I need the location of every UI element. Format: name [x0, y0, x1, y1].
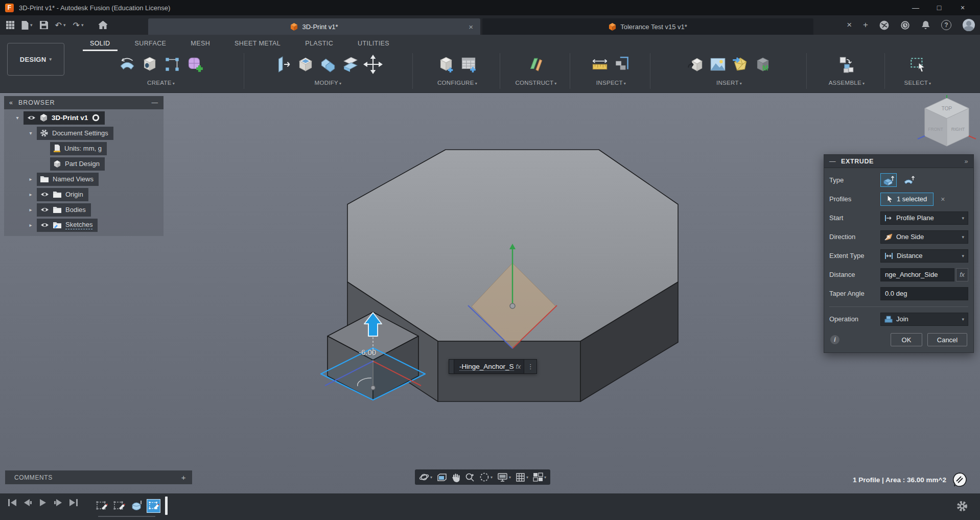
undo-button[interactable]: ↶▾: [55, 20, 66, 30]
timeline-position-marker[interactable]: [165, 497, 168, 515]
dimension-expression-input[interactable]: -Hinge_Anchor_S fx ⋮: [449, 359, 537, 374]
expand-dialog-icon[interactable]: »: [964, 158, 968, 165]
taper-angle-input[interactable]: 0.0 deg: [880, 287, 968, 300]
file-menu-button[interactable]: ▾: [21, 21, 33, 30]
insert-mesh-icon[interactable]: M: [753, 55, 773, 74]
browser-item-part-design[interactable]: Part Design: [4, 157, 164, 171]
item-label[interactable]: Origin: [65, 191, 83, 198]
tab-mesh[interactable]: MESH: [178, 38, 222, 51]
extensions-icon[interactable]: [879, 20, 889, 30]
item-label[interactable]: Sketches: [65, 221, 92, 229]
profile-avatar[interactable]: [963, 19, 975, 31]
window-close-button[interactable]: ×: [958, 4, 968, 12]
browser-header[interactable]: « BROWSER —: [4, 96, 164, 109]
construct-plane-icon[interactable]: [526, 55, 546, 74]
modify-group-label[interactable]: MODIFY▾: [246, 80, 410, 86]
timeline-sketch1-feature[interactable]: [95, 499, 108, 513]
revolve-icon[interactable]: [118, 55, 137, 74]
tab-utilities[interactable]: UTILITIES: [345, 38, 402, 51]
kebab-menu-icon[interactable]: ⋮: [524, 360, 536, 373]
workspace-selector[interactable]: DESIGN▾: [7, 43, 64, 76]
timeline-settings-gear-icon[interactable]: [956, 501, 968, 512]
extent-type-dropdown[interactable]: Distance ▾: [880, 249, 968, 263]
view-cube[interactable]: TOP FRONT RIGHT: [916, 95, 978, 152]
notifications-bell-icon[interactable]: [921, 20, 930, 30]
comments-panel[interactable]: COMMENTS +: [5, 470, 192, 484]
item-label[interactable]: Document Settings: [52, 129, 108, 137]
chevron-down-icon[interactable]: ▾: [28, 130, 34, 136]
decal-image-icon[interactable]: [708, 55, 728, 74]
construct-group-label[interactable]: CONSTRUCT▾: [502, 80, 570, 86]
tab-tolerance-test[interactable]: Tolerance Test v15 v1*: [482, 18, 813, 35]
browser-item-origin[interactable]: ▸ Origin: [4, 187, 164, 201]
dimension-expression-value[interactable]: -Hinge_Anchor_S: [459, 363, 514, 371]
chevron-down-icon[interactable]: ▾: [14, 115, 20, 121]
configuration-icon[interactable]: [436, 55, 456, 74]
new-tab-icon[interactable]: +: [863, 20, 868, 30]
clear-selection-icon[interactable]: ×: [941, 195, 945, 203]
save-button[interactable]: [40, 21, 48, 29]
press-pull-icon[interactable]: [273, 55, 293, 74]
root-component-label[interactable]: 3D-Print v1: [52, 114, 88, 122]
canvas-icon[interactable]: [731, 55, 750, 74]
browser-item-document-settings[interactable]: ▾ Document Settings: [4, 126, 164, 140]
measure-icon[interactable]: [590, 55, 610, 74]
select-group-label[interactable]: SELECT▾: [887, 80, 948, 86]
ok-button[interactable]: OK: [891, 333, 922, 346]
start-dropdown[interactable]: Profile Plane ▾: [880, 211, 968, 225]
info-icon[interactable]: i: [830, 335, 839, 344]
add-comment-icon[interactable]: +: [181, 473, 186, 482]
chevron-right-icon[interactable]: ▸: [28, 192, 34, 197]
input-grip-handle[interactable]: [449, 360, 454, 373]
browser-item-root[interactable]: ▾ 3D-Print v1: [4, 111, 164, 125]
zoom-button[interactable]: [465, 472, 475, 482]
shell-icon[interactable]: [296, 55, 315, 74]
configuration-table-icon[interactable]: [459, 55, 478, 74]
create-form-icon[interactable]: [185, 55, 204, 74]
insert-derive-icon[interactable]: [686, 55, 705, 74]
collapse-dialog-icon[interactable]: —: [829, 158, 836, 165]
distance-input[interactable]: nge_Anchor_Side: [880, 268, 954, 281]
orbit-button[interactable]: ▾: [419, 472, 432, 482]
play-button[interactable]: [38, 499, 48, 507]
window-minimize-button[interactable]: —: [911, 4, 921, 12]
help-icon[interactable]: ?: [941, 20, 951, 30]
insert-group-label[interactable]: INSERT▾: [652, 80, 806, 86]
tab-close-icon[interactable]: ×: [469, 22, 473, 31]
item-label[interactable]: Units: mm, g: [64, 145, 102, 152]
create-group-label[interactable]: CREATE▾: [82, 80, 240, 86]
collapse-panel-icon[interactable]: «: [9, 99, 13, 106]
activate-component-icon[interactable]: [92, 114, 100, 122]
origin-point[interactable]: [510, 303, 515, 309]
step-forward-button[interactable]: [53, 499, 63, 507]
timeline-sketch2-feature[interactable]: [112, 499, 126, 513]
home-button[interactable]: [99, 21, 107, 29]
chevron-right-icon[interactable]: ▸: [28, 176, 34, 182]
browser-item-named-views[interactable]: ▸ Named Views: [4, 172, 164, 186]
cancel-button[interactable]: Cancel: [927, 333, 967, 346]
job-status-icon[interactable]: [900, 20, 910, 30]
fit-button[interactable]: ▾: [479, 472, 493, 482]
profiles-selection-chip[interactable]: 1 selected: [880, 193, 934, 206]
hole-icon[interactable]: [140, 55, 159, 74]
step-back-button[interactable]: [22, 499, 33, 507]
new-component-icon[interactable]: [837, 55, 856, 74]
extrude-dialog-header[interactable]: — EXTRUDE »: [824, 155, 973, 168]
tab-surface[interactable]: SURFACE: [123, 38, 179, 51]
window-maximize-button[interactable]: □: [934, 4, 944, 12]
tab-3d-print-v1[interactable]: 3D-Print v1* ×: [148, 18, 480, 35]
visibility-eye-icon[interactable]: [40, 192, 49, 197]
browser-item-bodies[interactable]: ▸ Bodies: [4, 203, 164, 217]
inspect-group-label[interactable]: INSPECT▾: [572, 80, 650, 86]
tab-solid[interactable]: SOLID: [78, 38, 123, 51]
create-sketch-icon[interactable]: [162, 55, 182, 74]
look-at-button[interactable]: [437, 473, 447, 482]
display-settings-button[interactable]: ▾: [497, 472, 511, 482]
item-label[interactable]: Bodies: [65, 206, 86, 214]
type-thin-extrude-button[interactable]: [901, 173, 917, 187]
app-grid-icon[interactable]: [6, 21, 14, 29]
tab-sheet-metal[interactable]: SHEET METAL: [222, 38, 293, 51]
browser-item-sketches[interactable]: ▸ Sketches: [4, 218, 164, 232]
go-to-end-button[interactable]: [68, 499, 79, 507]
timeline-extrude-feature[interactable]: [129, 499, 143, 513]
